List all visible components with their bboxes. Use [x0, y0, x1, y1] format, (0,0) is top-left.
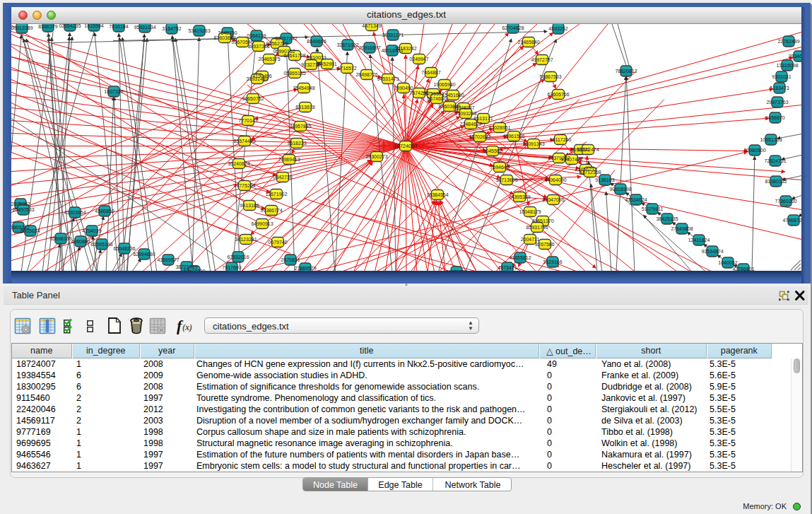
svg-text:38346578: 38346578 [788, 54, 801, 59]
svg-text:65648236: 65648236 [113, 246, 135, 251]
svg-text:74989413: 74989413 [278, 157, 300, 162]
svg-text:94531473: 94531473 [377, 76, 399, 81]
svg-text:51712368: 51712368 [579, 170, 601, 175]
svg-text:21047095: 21047095 [542, 197, 564, 202]
svg-text:2004711: 2004711 [521, 237, 540, 242]
svg-text:43455812: 43455812 [509, 255, 531, 260]
svg-text:15451680: 15451680 [442, 93, 464, 98]
svg-text:0249947: 0249947 [409, 57, 428, 62]
svg-text:5045562: 5045562 [483, 148, 502, 153]
svg-text:10651333: 10651333 [760, 137, 782, 142]
svg-text:70348247: 70348247 [452, 105, 474, 110]
svg-text:1607337: 1607337 [104, 89, 123, 94]
svg-text:86872774: 86872774 [445, 269, 467, 271]
svg-text:2805982: 2805982 [11, 201, 30, 206]
svg-text:43699577: 43699577 [157, 257, 179, 262]
svg-text:95931034: 95931034 [134, 25, 155, 30]
svg-text:32871012: 32871012 [336, 42, 358, 47]
svg-text:78091343: 78091343 [522, 141, 544, 146]
svg-text:3518233: 3518233 [287, 141, 306, 146]
svg-text:34957885: 34957885 [289, 124, 311, 129]
svg-text:47468723: 47468723 [782, 218, 801, 223]
svg-text:0679740: 0679740 [268, 240, 287, 245]
svg-text:35454948: 35454948 [293, 86, 314, 90]
svg-text:85931746: 85931746 [526, 225, 548, 230]
svg-text:4586850: 4586850 [95, 209, 114, 214]
svg-text:34123281: 34123281 [235, 237, 257, 242]
svg-text:20450533: 20450533 [12, 207, 34, 212]
svg-text:19065940: 19065940 [433, 82, 455, 87]
svg-text:8267586: 8267586 [535, 242, 554, 247]
svg-text:35240824: 35240824 [228, 161, 249, 166]
svg-text:9136193: 9136193 [595, 177, 614, 182]
svg-text:3990490: 3990490 [394, 86, 413, 90]
svg-text:90916998: 90916998 [609, 187, 631, 192]
svg-text:16117240: 16117240 [550, 137, 572, 142]
svg-text:06562729: 06562729 [266, 41, 288, 46]
svg-text:60013389: 60013389 [11, 25, 33, 30]
svg-text:27484677: 27484677 [459, 122, 481, 127]
svg-text:42786801: 42786801 [732, 267, 754, 271]
svg-text:31931491: 31931491 [246, 76, 268, 81]
svg-text:13315098: 13315098 [776, 63, 798, 68]
svg-text:2870831: 2870831 [281, 257, 300, 262]
svg-text:0564139: 0564139 [247, 33, 266, 38]
svg-text:64641708: 64641708 [283, 53, 305, 58]
svg-text:1656670: 1656670 [765, 115, 784, 120]
svg-text:61595148: 61595148 [90, 242, 112, 247]
svg-text:7770143: 7770143 [238, 118, 257, 123]
svg-text:49651370: 49651370 [531, 218, 553, 223]
svg-text:8386379: 8386379 [38, 24, 57, 29]
svg-text:26916697: 26916697 [358, 45, 380, 50]
svg-text:19384554: 19384554 [426, 192, 448, 197]
svg-text:7594647: 7594647 [490, 165, 509, 170]
svg-text:63605766: 63605766 [547, 92, 569, 97]
svg-text:38425135: 38425135 [656, 216, 678, 221]
svg-text:4471349: 4471349 [362, 24, 381, 28]
svg-text:9301031: 9301031 [772, 74, 791, 79]
svg-text:27889579: 27889579 [294, 266, 316, 271]
svg-text:6025634: 6025634 [20, 228, 40, 233]
svg-text:8613171: 8613171 [473, 116, 493, 121]
svg-text:22782489: 22782489 [777, 39, 799, 44]
svg-text:30391171: 30391171 [382, 33, 404, 37]
svg-text:36713695: 36713695 [495, 177, 517, 182]
svg-text:99386774: 99386774 [260, 208, 282, 213]
svg-text:20465375: 20465375 [258, 57, 280, 62]
svg-text:5310033: 5310033 [307, 55, 326, 60]
svg-text:8313678: 8313678 [295, 105, 314, 110]
svg-text:30980500: 30980500 [743, 148, 765, 153]
svg-text:58867533: 58867533 [539, 74, 561, 79]
svg-text:71756551: 71756551 [422, 91, 444, 96]
svg-text:13433200: 13433200 [183, 269, 205, 271]
svg-text:7917693: 7917693 [222, 265, 241, 270]
svg-text:27849808: 27849808 [671, 226, 693, 231]
svg-text:4893252: 4893252 [548, 26, 567, 31]
svg-text:72624731: 72624731 [764, 158, 786, 163]
svg-text:7648350: 7648350 [218, 30, 237, 35]
svg-text:0842710: 0842710 [273, 175, 292, 180]
svg-text:93534874: 93534874 [701, 249, 723, 254]
svg-text:62704828: 62704828 [502, 25, 524, 30]
svg-text:7464887: 7464887 [421, 70, 440, 75]
svg-text:45961586: 45961586 [502, 134, 524, 139]
svg-text:51079911: 51079911 [642, 206, 664, 211]
svg-text:44064090: 44064090 [544, 177, 566, 182]
svg-text:21465840: 21465840 [517, 40, 539, 45]
svg-text:47775204: 47775204 [233, 183, 255, 188]
svg-text:55698169: 55698169 [49, 236, 71, 241]
svg-text:43534624: 43534624 [625, 197, 647, 202]
svg-text:4873471: 4873471 [498, 265, 517, 270]
svg-text:12411824: 12411824 [688, 238, 710, 243]
svg-text:77360260: 77360260 [775, 199, 796, 204]
svg-text:78820812: 78820812 [615, 69, 637, 74]
svg-text:9413186: 9413186 [240, 203, 259, 208]
svg-text:43303654: 43303654 [64, 210, 86, 215]
svg-text:(x): (x) [182, 322, 192, 332]
svg-text:16048175: 16048175 [519, 209, 541, 214]
svg-text:1640052: 1640052 [718, 260, 737, 265]
svg-text:47407482: 47407482 [560, 157, 582, 162]
svg-text:05865185: 05865185 [283, 71, 305, 76]
svg-text:6716572: 6716572 [337, 66, 356, 71]
svg-text:4060883: 4060883 [71, 239, 90, 244]
